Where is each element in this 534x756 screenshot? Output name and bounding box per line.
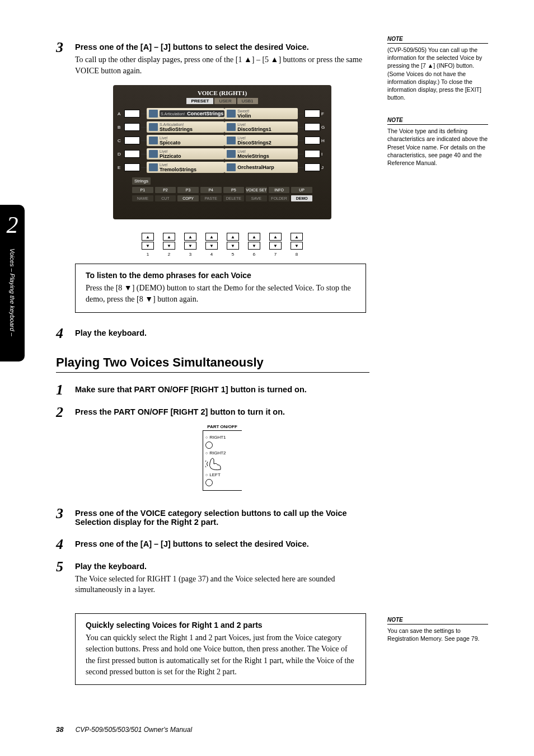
fc: SAVE bbox=[246, 195, 267, 201]
chapter-label: Voices – Playing the keyboard – bbox=[9, 248, 16, 336]
button-circle bbox=[205, 479, 213, 486]
voice-item: Live!DiscoStrings2 bbox=[224, 135, 298, 146]
quick-select-box: Quickly selecting Voices for Right 1 and… bbox=[75, 613, 366, 685]
voice-icon bbox=[227, 163, 236, 171]
dash bbox=[298, 167, 303, 168]
tab-user: USER bbox=[214, 98, 236, 104]
step-number: 4 bbox=[56, 537, 75, 552]
part-on-off-diagram: PART ON/OFF ○RIGHT1 ○RIGHT2 ○LEFT bbox=[203, 424, 242, 491]
voice-row: BS.Articulation!StudioStrings bbox=[118, 121, 224, 133]
fc: P2 bbox=[155, 187, 176, 193]
step-title: Press one of the VOICE category selectio… bbox=[75, 509, 369, 527]
up-arrow-icon: ▲ bbox=[205, 233, 218, 241]
left-label: LEFT bbox=[209, 472, 221, 477]
category-label: Strings bbox=[132, 177, 151, 185]
up-arrow-icon: ▲ bbox=[142, 233, 154, 241]
section-heading: Playing Two Voices Simultaneously bbox=[56, 355, 369, 373]
note-header: NOTE bbox=[387, 36, 488, 44]
demo-box-title: To listen to the demo phrases for each V… bbox=[86, 271, 355, 280]
step-number: 3 bbox=[56, 40, 75, 257]
quick-box-title: Quickly selecting Voices for Right 1 and… bbox=[86, 621, 355, 630]
row-key: G bbox=[321, 125, 327, 130]
arrow-buttons bbox=[118, 208, 327, 215]
fc: CUT bbox=[155, 195, 176, 201]
footer-row-2: NAME CUT COPY PASTE DELETE SAVE FOLDER D… bbox=[118, 195, 327, 201]
step-paragraph: The Voice selected for RIGHT 1 (page 37)… bbox=[75, 574, 369, 595]
down-arrow-icon: ▼ bbox=[269, 242, 282, 250]
fc-demo: DEMO bbox=[291, 195, 312, 201]
hw-button bbox=[124, 123, 140, 131]
down-arrow-icon: ▼ bbox=[291, 242, 303, 250]
row-key: H bbox=[321, 138, 327, 143]
hw-button bbox=[305, 150, 320, 158]
hw-button bbox=[305, 137, 320, 144]
row-key: F bbox=[321, 111, 327, 116]
row-key: B bbox=[118, 125, 123, 130]
main-content: 3 Press one of the [A] – [J] buttons to … bbox=[56, 40, 369, 698]
voice-grid: AS.Articulation!ConcertStrings BS.Articu… bbox=[118, 107, 327, 175]
voice-item: S.Articulation!ConcertStrings bbox=[147, 108, 224, 119]
quick-box-text: You can quickly select the Right 1 and 2… bbox=[86, 632, 355, 678]
note-text: The Voice type and its defining characte… bbox=[387, 127, 488, 167]
down-arrow-icon: ▼ bbox=[227, 242, 239, 250]
voice-icon bbox=[227, 110, 236, 118]
fc: P1 bbox=[132, 187, 153, 193]
step-number: 2 bbox=[56, 405, 75, 501]
note-header: NOTE bbox=[387, 117, 488, 125]
dash bbox=[141, 127, 147, 128]
fc: FOLDER bbox=[269, 195, 290, 201]
voice-title: VOICE (RIGHT1) bbox=[118, 90, 327, 96]
dash bbox=[141, 140, 147, 141]
step-title: Make sure that PART ON/OFF [RIGHT 1] but… bbox=[75, 385, 369, 394]
demo-box: To listen to the demo phrases for each V… bbox=[75, 264, 366, 313]
right1-label: RIGHT1 bbox=[209, 435, 226, 440]
note-3: NOTE You can save the settings to Regist… bbox=[387, 617, 488, 642]
step-b1: 1 Make sure that PART ON/OFF [RIGHT 1] b… bbox=[56, 383, 369, 397]
fc: DELETE bbox=[223, 195, 245, 201]
hw-button bbox=[305, 110, 320, 118]
voice-row: OrchestralHarpJ bbox=[224, 161, 327, 173]
voice-row: DLive!Pizzicato bbox=[118, 148, 224, 160]
step-number: 3 bbox=[56, 506, 75, 529]
note-text: (CVP-509/505) You can call up the inform… bbox=[387, 46, 488, 101]
step-b2: 2 Press the PART ON/OFF [RIGHT 2] button… bbox=[56, 405, 369, 501]
dash bbox=[298, 114, 303, 114]
voice-row: Sweet!ViolinF bbox=[224, 107, 327, 120]
up-arrow-icon: ▲ bbox=[227, 233, 239, 241]
voice-icon bbox=[227, 123, 236, 131]
sidebar-notes-lower: NOTE You can save the settings to Regist… bbox=[387, 617, 488, 658]
num-btn: ▲▼1 bbox=[142, 233, 154, 257]
down-arrow-icon: ▼ bbox=[184, 242, 196, 250]
ponoff-title: PART ON/OFF bbox=[203, 424, 242, 429]
tab-preset: PRESET bbox=[186, 98, 213, 104]
dash bbox=[141, 154, 147, 154]
page-number: 38 bbox=[56, 726, 63, 734]
up-arrow-icon: ▲ bbox=[184, 233, 196, 241]
hw-button bbox=[305, 163, 320, 171]
hw-button bbox=[124, 163, 140, 171]
demo-box-text: Press the [8 ▼] (DEMO) button to start t… bbox=[86, 283, 355, 306]
fc: VOICE SET bbox=[246, 187, 267, 193]
voice-icon bbox=[149, 137, 158, 144]
dash bbox=[298, 140, 303, 141]
step-b3: 3 Press one of the VOICE category select… bbox=[56, 506, 369, 529]
voice-item: S.Articulation!StudioStrings bbox=[147, 121, 224, 133]
fc: INFO bbox=[269, 187, 290, 193]
num-btn: ▲▼6 bbox=[248, 233, 260, 257]
up-arrow-icon: ▲ bbox=[248, 233, 260, 241]
chapter-number: 2 bbox=[7, 212, 18, 238]
down-arrow-icon: ▼ bbox=[142, 242, 154, 250]
voice-item: Live!DiscoStrings1 bbox=[224, 121, 298, 133]
step-paragraph: To call up the other display pages, pres… bbox=[75, 54, 369, 76]
chapter-tab: 2 Voices – Playing the keyboard – bbox=[0, 205, 25, 361]
row-key: D bbox=[118, 152, 123, 157]
hw-button bbox=[124, 137, 140, 144]
row-key: C bbox=[118, 138, 123, 143]
hw-button bbox=[124, 150, 140, 158]
voice-row: AS.Articulation!ConcertStrings bbox=[118, 107, 224, 120]
voice-row: Live!DiscoStrings2H bbox=[224, 134, 327, 147]
row-key: J bbox=[321, 165, 327, 170]
voice-col-left: AS.Articulation!ConcertStrings BS.Articu… bbox=[118, 107, 224, 175]
page-footer: 38 CVP-509/505/503/501 Owner's Manual bbox=[56, 726, 192, 734]
row-key: A bbox=[118, 111, 123, 116]
